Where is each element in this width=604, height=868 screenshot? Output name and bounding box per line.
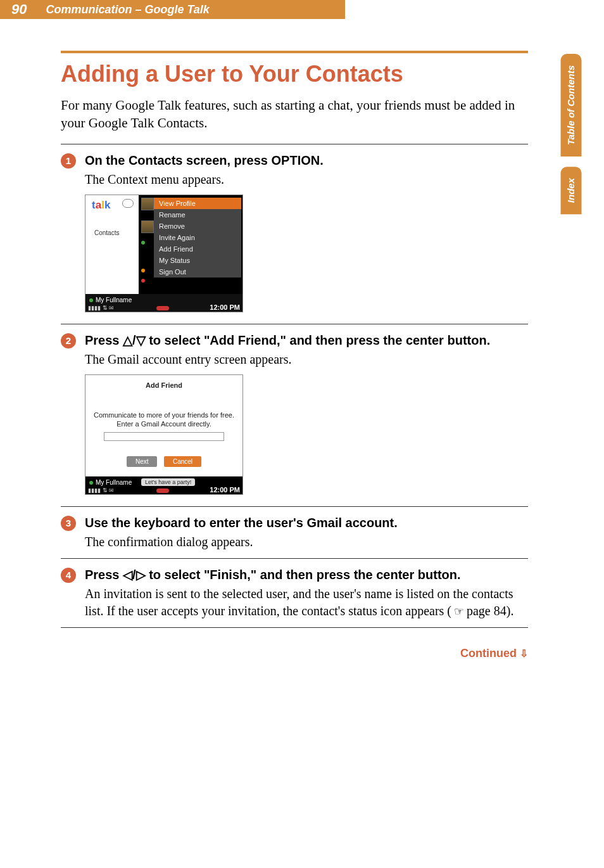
presence-dot-icon [89,481,93,485]
status-dot-icon [141,241,145,245]
step-desc-part: page 84). [467,603,513,620]
step-1: 1 On the Contacts screen, press OPTION. … [61,152,528,312]
step-desc: The confirmation dialog appears. [85,533,528,551]
step-title-part: Press [85,333,123,347]
header-section: Communication – Google Talk [46,3,209,16]
page-title: Adding a User to Your Contacts [61,61,528,87]
step-title-part: Press [85,568,123,582]
context-menu: View Profile Rename Remove Invite Again … [154,198,241,278]
screenshot-add-friend: Add Friend Communicate to more of your f… [85,374,243,495]
avatar-icon [141,198,154,210]
divider [61,558,528,559]
step-desc: The Gmail account entry screen appears. [85,351,528,368]
step-title: Use the keyboard to enter the user's Gma… [85,514,528,531]
side-tabs: Table of Contents Index [561,54,582,224]
shot-title: Add Friend [85,375,242,389]
clock: 12:00 PM [210,303,240,311]
header-bar: 90 Communication – Google Talk [0,0,345,19]
presence-dot-icon [89,298,93,302]
status-dot-icon [141,279,145,283]
divider [61,324,528,324]
menu-item-invite-again[interactable]: Invite Again [154,232,241,243]
home-button-icon [156,306,169,310]
signal-icons: ▮▮▮▮ ⇅ ✉ [88,487,114,494]
step-desc: The Context menu appears. [85,171,528,188]
hand-pointer-icon: ☞ [454,604,464,619]
step-4: 4 Press ◁/▷ to select "Finish," and then… [61,566,528,620]
status-name: My Fullname [96,297,132,303]
next-button[interactable]: Next [127,456,158,467]
status-message: Let's have a party! [141,478,195,486]
step-title: On the Contacts screen, press OPTION. [85,152,528,169]
page-content: Adding a User to Your Contacts For many … [61,51,528,660]
status-bar: My Fullname ▮▮▮▮ ⇅ ✉ 12:00 PM [85,294,242,312]
menu-item-my-status[interactable]: My Status [154,255,241,266]
clock: 12:00 PM [210,486,240,494]
status-dot-icon [141,269,145,272]
step-desc-part: An invitation is sent to the selected us… [85,587,513,618]
gmail-input[interactable] [104,432,224,441]
menu-item-rename[interactable]: Rename [154,209,241,220]
menu-item-remove[interactable]: Remove [154,220,241,232]
status-name: My Fullname [96,479,132,486]
divider [61,144,528,144]
menu-item-add-friend[interactable]: Add Friend [154,243,241,255]
status-bar: My Fullname Let's have a party! ▮▮▮▮ ⇅ ✉… [85,476,242,494]
contacts-label: Contacts [94,229,119,236]
page-number: 90 [11,1,27,18]
divider [61,627,528,628]
step-3: 3 Use the keyboard to enter the user's G… [61,514,528,551]
signal-icons: ▮▮▮▮ ⇅ ✉ [88,305,114,311]
step-number: 1 [61,153,76,169]
title-rule [61,51,528,53]
step-title: Press ◁/▷ to select "Finish," and then p… [85,566,528,583]
continued-indicator: Continued ⇩ [61,647,528,660]
intro-text: For many Google Talk features, such as s… [61,96,528,132]
step-number: 3 [61,516,76,531]
divider [61,506,528,507]
step-number: 2 [61,333,76,348]
talk-logo: talk [85,195,139,213]
step-desc: An invitation is sent to the selected us… [85,585,528,620]
step-number: 4 [61,568,76,583]
avatar-icon [141,220,154,233]
left-right-arrow-icon: ◁/▷ [123,568,146,582]
down-arrow-icon: ⇩ [520,648,528,659]
home-button-icon [156,488,169,493]
screenshot-context-menu: talk Contacts View Profile Rename Remove… [85,195,243,312]
continued-label: Continued [460,647,517,660]
tab-index[interactable]: Index [561,167,582,214]
tab-toc[interactable]: Table of Contents [561,54,582,156]
cancel-button[interactable]: Cancel [164,456,201,467]
shot-message: Communicate to more of your friends for … [85,411,242,429]
step-title: Press △/▽ to select "Add Friend," and th… [85,332,528,348]
up-down-arrow-icon: △/▽ [123,333,146,347]
menu-item-sign-out[interactable]: Sign Out [154,266,241,278]
step-title-part: to select "Add Friend," and then press t… [146,333,491,347]
step-2: 2 Press △/▽ to select "Add Friend," and … [61,332,528,495]
step-title-part: to select "Finish," and then press the c… [146,568,461,582]
menu-item-view-profile[interactable]: View Profile [154,198,241,209]
